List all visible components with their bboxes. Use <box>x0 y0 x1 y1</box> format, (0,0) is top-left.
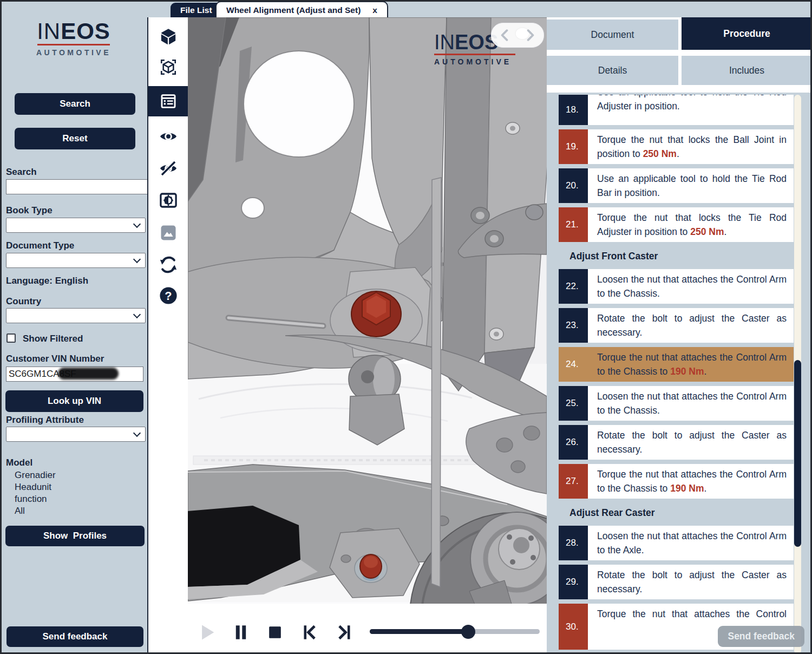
step-text-suffix: . <box>704 483 706 494</box>
procedure-step-22[interactable]: 22.Loosen the nut that attaches the Cont… <box>559 269 794 304</box>
step-number: 25. <box>559 386 588 421</box>
step-text-body: Torque the nut that locks the Ball Joint… <box>597 134 787 159</box>
procedure-step-21[interactable]: 21.Torque the nut that locks the Tie Rod… <box>559 207 794 242</box>
procedure-step-24[interactable]: 24.Torque the nut that attaches the Cont… <box>559 347 794 382</box>
procedure-panel: Document Procedure Details Includes 18.U… <box>547 0 812 654</box>
chassis-thin-blade <box>431 178 441 587</box>
profiling-attribute-select[interactable] <box>6 427 146 442</box>
procedure-step-27[interactable]: 27.Torque the nut that attaches the Cont… <box>559 464 794 499</box>
search-input[interactable] <box>6 179 148 194</box>
ineos-logo: INEOS AUTOMOTIVE <box>0 19 147 57</box>
procedure-step-28[interactable]: 28.Loosen the nut that attaches the Cont… <box>559 526 794 560</box>
previous-step-icon[interactable] <box>499 29 510 41</box>
step-number: 29. <box>559 565 588 599</box>
country-select[interactable] <box>6 308 146 323</box>
procedure-step-20[interactable]: 20.Use an applicable tool to hold the Ti… <box>559 168 794 203</box>
step-number: 21. <box>559 207 588 242</box>
step-number: 22. <box>559 269 588 304</box>
pause-button[interactable] <box>230 622 252 643</box>
tab-includes[interactable]: Includes <box>682 56 812 85</box>
step-text-body: Rotate the bolt to adjust the Caster as … <box>597 570 787 594</box>
stop-icon <box>268 625 282 639</box>
timeline-progress <box>370 629 468 634</box>
step-text-body: Use an applicable tool to hold the Tie R… <box>597 173 787 198</box>
procedure-step-19[interactable]: 19.Torque the nut that locks the Ball Jo… <box>559 129 794 164</box>
skip-to-start-button[interactable] <box>299 622 321 643</box>
tab-document[interactable]: Document <box>547 19 678 50</box>
procedure-step-23[interactable]: 23.Rotate the bolt to adjust the Caster … <box>559 308 794 343</box>
timeline-slider[interactable] <box>370 629 540 634</box>
next-step-icon[interactable] <box>525 29 536 41</box>
tab-file-list[interactable]: File List <box>171 3 222 17</box>
book-type-label: Book Type <box>6 205 53 216</box>
fit-view-cube-icon <box>159 58 178 76</box>
step-text-body: Loosen the nut that attaches the Control… <box>597 274 787 299</box>
refresh-icon <box>159 255 178 274</box>
fit-view-tool-button[interactable] <box>148 52 188 82</box>
step-text: Torque the nut that locks the Ball Joint… <box>590 129 794 164</box>
tab-wheel-alignment[interactable]: Wheel Alignment (Adjust and Set) x <box>215 1 388 18</box>
model-item-function[interactable]: function <box>15 494 47 505</box>
timeline-thumb[interactable] <box>461 625 475 639</box>
tab-bar: File List Wheel Alignment (Adjust and Se… <box>147 0 547 17</box>
reset-button[interactable]: Reset <box>15 128 135 149</box>
send-feedback-toast[interactable]: Send feedback <box>718 626 804 647</box>
procedure-section-heading: Adjust Front Caster <box>559 248 794 264</box>
document-type-select[interactable] <box>6 253 146 268</box>
step-text: Rotate the bolt to adjust the Caster as … <box>590 565 794 599</box>
show-filtered-checkbox[interactable] <box>6 333 16 343</box>
stop-button[interactable] <box>264 622 286 643</box>
procedure-step-29[interactable]: 29.Rotate the bolt to adjust the Caster … <box>559 565 794 599</box>
solid-cube-tool-button[interactable] <box>148 22 188 52</box>
brightness-tool-button[interactable] <box>148 185 188 215</box>
show-profiles-button[interactable]: Show Profiles <box>5 526 145 546</box>
torque-value: 190 Nm <box>670 483 704 494</box>
image-tool-button[interactable] <box>148 218 188 248</box>
model-item-all[interactable]: All <box>15 506 25 516</box>
step-text-suffix: . <box>677 148 679 159</box>
scrollbar-thumb[interactable] <box>794 360 801 547</box>
step-text: Torque the nut that attaches the Control… <box>590 347 794 382</box>
step-number: 28. <box>559 526 588 560</box>
show-filtered-label: Show Filtered <box>23 333 83 344</box>
procedure-step-18[interactable]: 18.Use an applicable tool to hold the Ti… <box>559 95 794 125</box>
model-item-grenadier[interactable]: Grenadier <box>15 470 56 481</box>
play-icon <box>199 624 215 641</box>
step-text: Loosen the nut that attaches the Control… <box>590 526 794 560</box>
hide-visibility-tool-button[interactable] <box>148 153 188 184</box>
tab-procedure[interactable]: Procedure <box>682 17 812 50</box>
step-number: 27. <box>559 464 588 499</box>
tab-details[interactable]: Details <box>547 56 678 85</box>
parts-list-icon <box>159 92 178 110</box>
procedure-scrollbar[interactable] <box>794 95 801 654</box>
step-text: Loosen the nut that attaches the Control… <box>590 269 794 304</box>
refresh-tool-button[interactable] <box>148 250 188 280</box>
skip-to-end-button[interactable] <box>333 622 355 643</box>
3d-viewport[interactable] <box>188 17 547 604</box>
help-icon: ? <box>159 286 178 305</box>
country-label: Country <box>6 296 41 307</box>
lookup-vin-button[interactable]: Look up VIN <box>5 390 143 412</box>
procedure-step-26[interactable]: 26.Rotate the bolt to adjust the Caster … <box>559 425 794 460</box>
step-number: 26. <box>559 425 588 460</box>
play-button[interactable] <box>197 622 218 643</box>
brightness-icon <box>159 191 178 210</box>
book-type-select[interactable] <box>6 218 146 233</box>
vin-redaction-scribble <box>58 368 119 380</box>
logo-subtitle: AUTOMOTIVE <box>0 48 147 57</box>
step-nav-pill <box>491 23 544 48</box>
ineos-logo-text: INEOS <box>0 19 147 43</box>
step-text-body: Use an applicable tool to hold the Tie R… <box>597 95 787 112</box>
search-button[interactable]: Search <box>15 93 135 115</box>
procedure-step-25[interactable]: 25.Loosen the nut that attaches the Cont… <box>559 386 794 421</box>
panel-tabs: Document Procedure Details Includes <box>547 17 812 93</box>
vin-field-wrap <box>6 367 143 382</box>
close-icon[interactable]: x <box>372 5 377 15</box>
help-tool-button[interactable]: ? <box>148 280 188 311</box>
parts-list-tool-button[interactable] <box>148 86 188 116</box>
skip-to-end-icon <box>336 624 352 640</box>
model-item-headunit[interactable]: Headunit <box>15 482 51 493</box>
send-feedback-button[interactable]: Send feedback <box>6 626 143 647</box>
model-label: Model <box>6 457 32 468</box>
show-visibility-tool-button[interactable] <box>148 121 188 152</box>
